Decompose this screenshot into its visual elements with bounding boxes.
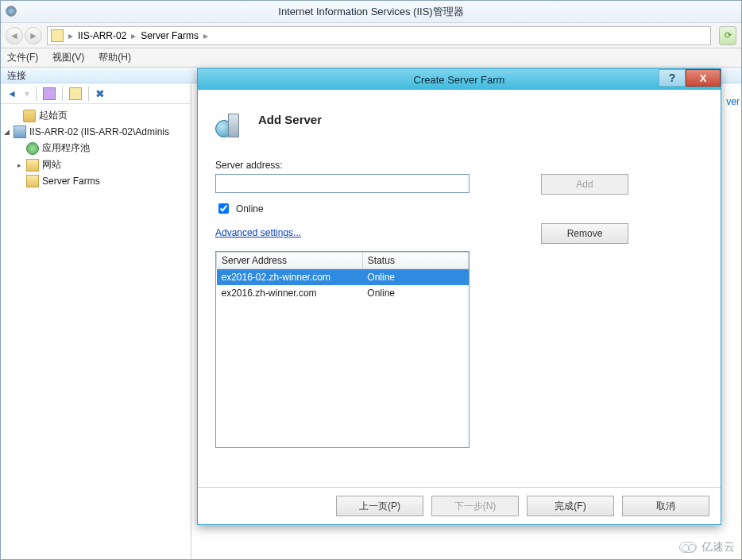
sites-icon <box>26 159 39 172</box>
tree-label: 应用程序池 <box>42 141 90 155</box>
dialog-heading: Add Server <box>258 113 322 126</box>
col-status[interactable]: Status <box>362 253 468 269</box>
cell-address: ex2016.zh-winner.com <box>217 285 363 301</box>
nav-forward-button[interactable]: ► <box>25 27 42 44</box>
add-button[interactable]: Add <box>541 174 628 195</box>
menu-help[interactable]: 帮助(H) <box>99 51 131 64</box>
servers-list[interactable]: Server Address Status ex2016-02.zh-winne… <box>215 251 470 448</box>
cancel-button[interactable]: 取消 <box>622 496 709 516</box>
tree-server-node[interactable]: ◢ IIS-ARR-02 (IIS-ARR-02\Adminis <box>2 124 189 140</box>
dialog-titlebar: Create Server Farm ? X <box>198 69 721 90</box>
toolbar-back-icon[interactable]: ◄ <box>6 87 18 100</box>
online-label: Online <box>236 203 264 214</box>
tree-label: 起始页 <box>39 109 68 122</box>
add-server-icon <box>215 101 247 137</box>
server-row[interactable]: ex2016.zh-winner.comOnline <box>217 285 469 301</box>
nav-bar: ◄ ► ▸ IIS-ARR-02 ▸ Server Farms ▸ ⟳ <box>1 23 741 48</box>
app-icon <box>6 6 17 17</box>
breadcrumb-root-icon <box>51 29 64 42</box>
connections-tree: 起始页 ◢ IIS-ARR-02 (IIS-ARR-02\Adminis 应用程… <box>1 104 191 192</box>
tree-label: Server Farms <box>42 176 100 187</box>
col-server-address[interactable]: Server Address <box>217 253 363 269</box>
breadcrumb-sep-icon: ▸ <box>200 30 211 41</box>
window-title: Internet Information Services (IIS)管理器 <box>278 5 463 19</box>
expand-icon[interactable]: ▸ <box>15 161 23 169</box>
finish-button[interactable]: 完成(F) <box>527 496 614 516</box>
remove-button[interactable]: Remove <box>541 223 628 244</box>
tree-sites[interactable]: ▸ 网站 <box>2 156 189 173</box>
watermark-icon <box>679 542 697 553</box>
server-icon <box>14 126 26 138</box>
connections-sidebar: ◄ ▾ ✖ 起始页 ◢ IIS-ARR-02 (IIS-ARR-02\ <box>1 83 191 559</box>
cell-address: ex2016-02.zh-winner.com <box>217 269 363 286</box>
home-icon <box>23 110 36 122</box>
farm-icon <box>26 175 39 187</box>
menu-bar: 文件(F) 视图(V) 帮助(H) <box>1 48 741 68</box>
collapse-icon[interactable]: ◢ <box>2 128 10 136</box>
breadcrumb[interactable]: ▸ IIS-ARR-02 ▸ Server Farms ▸ <box>47 26 711 45</box>
dialog-close-button[interactable]: X <box>686 69 721 87</box>
dialog-title: Create Server Farm <box>198 74 721 86</box>
dialog-body: Add Server Server address: Online Advanc… <box>198 90 721 487</box>
toolbar-dropdown-icon[interactable]: ▾ <box>25 88 29 99</box>
menu-file[interactable]: 文件(F) <box>7 51 38 64</box>
toolbar-folder-icon[interactable] <box>69 87 82 100</box>
dialog-help-button[interactable]: ? <box>659 69 686 87</box>
window-titlebar: Internet Information Services (IIS)管理器 <box>1 1 741 23</box>
iis-manager-window: Internet Information Services (IIS)管理器 ◄… <box>0 0 742 560</box>
breadcrumb-seg-1[interactable]: IIS-ARR-02 <box>78 30 126 41</box>
nav-arrows: ◄ ► <box>6 27 42 44</box>
app-pool-icon <box>26 142 39 155</box>
previous-button[interactable]: 上一页(P) <box>336 496 423 516</box>
tree-server-farms[interactable]: Server Farms <box>2 173 189 189</box>
nav-back-button[interactable]: ◄ <box>6 27 23 44</box>
watermark-text: 亿速云 <box>701 540 735 554</box>
toolbar-divider <box>62 87 63 101</box>
menu-view[interactable]: 视图(V) <box>52 51 84 64</box>
cell-status: Online <box>362 285 468 301</box>
cut-text: ver <box>726 96 740 107</box>
nav-refresh-button[interactable]: ⟳ <box>719 26 736 45</box>
toolbar-divider <box>36 87 37 101</box>
dialog-footer: 上一页(P) 下一步(N) 完成(F) 取消 <box>198 487 721 524</box>
tree-start-page[interactable]: 起始页 <box>2 107 189 124</box>
toolbar-stop-icon[interactable]: ✖ <box>95 87 105 100</box>
sidebar-toolbar: ◄ ▾ ✖ <box>1 83 191 104</box>
tree-label: 网站 <box>42 158 61 172</box>
cell-status: Online <box>362 269 468 286</box>
server-address-input[interactable] <box>215 174 470 193</box>
advanced-settings-link[interactable]: Advanced settings... <box>215 227 301 238</box>
tree-label: IIS-ARR-02 (IIS-ARR-02\Adminis <box>29 126 169 137</box>
online-checkbox[interactable] <box>218 203 229 214</box>
next-button[interactable]: 下一步(N) <box>431 496 519 516</box>
server-address-label: Server address: <box>215 160 703 171</box>
create-server-farm-dialog: Create Server Farm ? X Add Server Server… <box>197 68 721 525</box>
toolbar-divider <box>88 87 89 101</box>
watermark: 亿速云 <box>679 540 735 554</box>
breadcrumb-sep-icon: ▸ <box>128 30 139 41</box>
tree-app-pools[interactable]: 应用程序池 <box>2 140 189 156</box>
server-row[interactable]: ex2016-02.zh-winner.comOnline <box>217 269 469 286</box>
breadcrumb-seg-2[interactable]: Server Farms <box>141 30 199 41</box>
toolbar-save-icon[interactable] <box>43 87 56 100</box>
breadcrumb-sep-icon: ▸ <box>65 30 76 41</box>
